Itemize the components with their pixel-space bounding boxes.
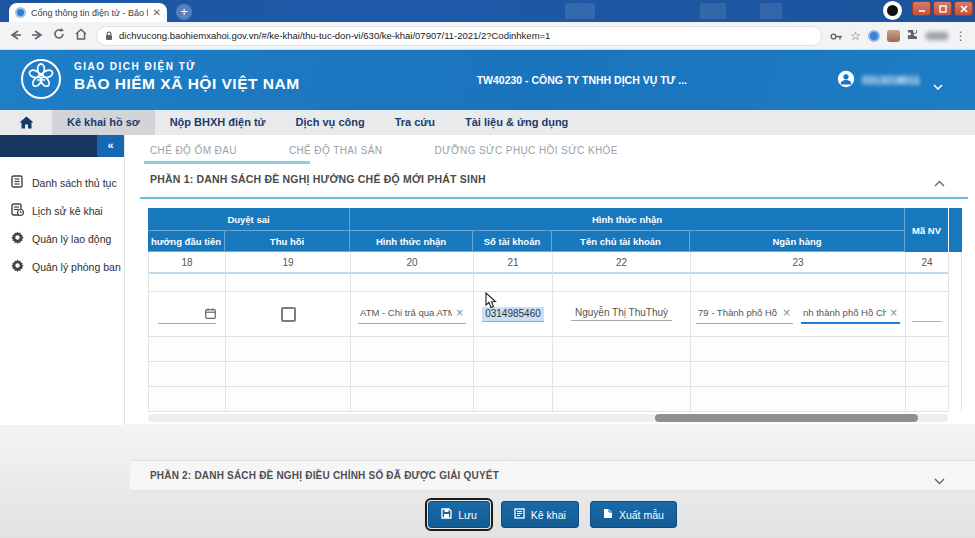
hinh-thuc-nhan-value: ATM - Chi trả qua ATM	[360, 307, 452, 318]
back-icon[interactable]	[4, 28, 26, 43]
col-number: 20	[351, 252, 474, 274]
sidebar-item-lich-su-ke-khai[interactable]: Lịch sử kê khai	[0, 197, 124, 225]
ten-chu-tai-khoan-input[interactable]: Nguyễn Thị ThuThuỳ	[571, 307, 672, 321]
extension-circle-icon[interactable]	[868, 30, 880, 42]
huong-dau-tien-date-input[interactable]	[158, 304, 216, 324]
table-row	[149, 387, 961, 412]
main-navigation: Kê khai hồ sơ Nộp BHXH điện tử Dịch vụ c…	[0, 110, 975, 135]
col-number: 19	[226, 252, 351, 274]
col-number: 23	[691, 252, 906, 274]
table-header: Duyệt sai Hình thức nhận hưởng đầu tiên …	[148, 208, 962, 274]
sidebar-item-quan-ly-lao-dong[interactable]: Quản lý lao động	[0, 225, 124, 253]
section2-expand-chevron-down-icon[interactable]	[934, 471, 945, 489]
user-avatar-icon[interactable]	[837, 70, 855, 88]
close-button[interactable]	[954, 1, 973, 16]
maximize-button[interactable]	[933, 1, 952, 16]
hinh-thuc-nhan-select[interactable]: ATM - Chi trả qua ATM ×	[358, 304, 466, 324]
nav-item-nop-bhxh[interactable]: Nộp BHXH điện tử	[155, 110, 281, 135]
col-header-ngan-hang: Ngân hàng	[690, 231, 905, 252]
nav-item-tai-lieu[interactable]: Tài liệu & ứng dụng	[450, 110, 583, 135]
background-window-artifact	[700, 3, 726, 19]
brand-line-1: GIAO DỊCH ĐIỆN TỬ	[74, 61, 300, 72]
action-buttons: Lưu Kê khai Xuất mẫu	[130, 501, 975, 528]
clear-icon[interactable]: ×	[456, 307, 464, 318]
nav-home-button[interactable]	[0, 110, 52, 135]
address-bar[interactable]: dichvucong.baohiemxahoi.gov.vn/#/ke-khai…	[96, 26, 822, 46]
account-chevron-down-icon[interactable]	[933, 76, 943, 94]
section1-divider	[140, 197, 968, 199]
browser-menu-icon[interactable]: ⋮	[955, 29, 967, 43]
key-icon[interactable]	[830, 27, 843, 45]
sidebar-collapse-button[interactable]: «	[97, 135, 124, 157]
col-header-so-tai-khoan: Số tài khoản	[473, 231, 552, 252]
mouse-cursor	[482, 292, 498, 314]
ngan-hang-chi-nhanh-value: nh thành phố Hồ Chí M	[803, 307, 886, 318]
save-icon	[441, 508, 452, 521]
col-number: 21	[474, 252, 553, 274]
urlbar-extensions: ☆ ⋮	[830, 27, 967, 45]
nav-item-tra-cuu[interactable]: Tra cứu	[380, 110, 450, 135]
reload-icon[interactable]	[48, 28, 70, 43]
puzzle-extensions-icon[interactable]	[907, 27, 919, 45]
col-number: 22	[553, 252, 691, 274]
table-row	[149, 274, 961, 292]
table-body: ATM - Chi trả qua ATM × 0314985460 Nguyễ…	[148, 274, 962, 412]
gear-icon	[10, 230, 24, 248]
table-row	[149, 337, 961, 362]
window-controls	[912, 1, 973, 16]
home-icon	[19, 116, 34, 129]
sidebar-item-quan-ly-phong-ban[interactable]: Quản lý phòng ban	[0, 253, 124, 281]
table-header-overflow-column	[949, 208, 962, 252]
active-tab-underline	[144, 161, 310, 164]
forward-icon[interactable]	[26, 28, 48, 43]
export-template-button[interactable]: Xuất mẫu	[590, 501, 677, 528]
col-number: 24	[906, 252, 949, 274]
save-button[interactable]: Lưu	[428, 501, 490, 528]
screen-record-button[interactable]	[883, 1, 902, 20]
sidebar-header: «	[0, 135, 124, 157]
brand-line-2: BẢO HIỂM XÃ HỘI VIỆT NAM	[74, 75, 300, 93]
record-icon	[887, 5, 898, 16]
new-tab-button[interactable]: +	[176, 4, 192, 20]
tab-duong-suc[interactable]: DƯỠNG SỨC PHỤC HỒI SỨC KHỎE	[434, 141, 617, 166]
section1-collapse-chevron-up-icon[interactable]	[934, 173, 945, 191]
table-horizontal-scrollbar[interactable]	[148, 414, 948, 422]
ngan-hang-chi-nhanh-select[interactable]: nh thành phố Hồ Chí M ×	[801, 304, 900, 324]
col-group-duyet-sai: Duyệt sai	[148, 208, 350, 231]
extension-icon[interactable]	[887, 30, 900, 42]
nav-item-ke-khai-ho-so[interactable]: Kê khai hồ sơ	[52, 110, 155, 135]
tab-close-icon[interactable]: ✕	[153, 8, 161, 18]
nav-item-dich-vu-cong[interactable]: Dịch vụ công	[281, 110, 380, 135]
ngan-hang-tinh-select[interactable]: 79 - Thành phố Hồ Chí ×	[696, 304, 793, 324]
ma-nv-input[interactable]	[912, 306, 942, 322]
calendar-icon[interactable]	[205, 305, 216, 323]
scrollbar-thumb[interactable]	[655, 414, 918, 422]
declare-button[interactable]: Kê khai	[501, 501, 579, 528]
section2-header[interactable]: PHẦN 2: DANH SÁCH ĐỀ NGHỊ ĐIỀU CHỈNH SỐ …	[130, 460, 975, 491]
brand-text: GIAO DỊCH ĐIỆN TỬ BẢO HIỂM XÃ HỘI VIỆT N…	[74, 61, 300, 93]
col-header-ten-chu-tai-khoan: Tên chủ tài khoản	[552, 231, 690, 252]
sidebar-item-danh-sach-thu-tuc[interactable]: Danh sách thủ tục	[0, 169, 124, 197]
table-row	[149, 362, 961, 387]
browser-tab[interactable]: Cổng thông tin điện tử - Bảo hiể ✕	[9, 3, 167, 22]
benefit-table: Duyệt sai Hình thức nhận hưởng đầu tiên …	[148, 208, 962, 412]
clear-icon[interactable]: ×	[890, 307, 898, 318]
home-icon-browser[interactable]	[70, 28, 92, 43]
minimize-button[interactable]	[912, 1, 931, 16]
tab-title: Cổng thông tin điện tử - Bảo hiể	[31, 8, 148, 18]
url-text: dichvucong.baohiemxahoi.gov.vn/#/ke-khai…	[119, 30, 550, 41]
table-row: ATM - Chi trả qua ATM × 0314985460 Nguyễ…	[149, 292, 961, 337]
bookmark-star-icon[interactable]: ☆	[850, 29, 861, 43]
col-group-hinh-thuc-nhan: Hình thức nhận	[350, 208, 905, 231]
sidebar-item-label: Quản lý phòng ban	[32, 261, 121, 273]
clear-icon[interactable]: ×	[783, 307, 791, 318]
browser-titlebar: Cổng thông tin điện tử - Bảo hiể ✕ +	[0, 0, 975, 22]
section2-title: PHẦN 2: DANH SÁCH ĐỀ NGHỊ ĐIỀU CHỈNH SỐ …	[150, 470, 499, 481]
col-header-ma-nv: Mã NV	[905, 208, 948, 252]
thu-hoi-checkbox[interactable]	[281, 307, 296, 322]
col-header-thu-hoi: Thu hồi	[225, 231, 350, 252]
gear-icon	[10, 258, 24, 276]
col-header-huong-dau-tien: hưởng đầu tiên	[148, 231, 225, 252]
document-list-icon	[10, 174, 24, 192]
col-number: 18	[149, 252, 226, 274]
